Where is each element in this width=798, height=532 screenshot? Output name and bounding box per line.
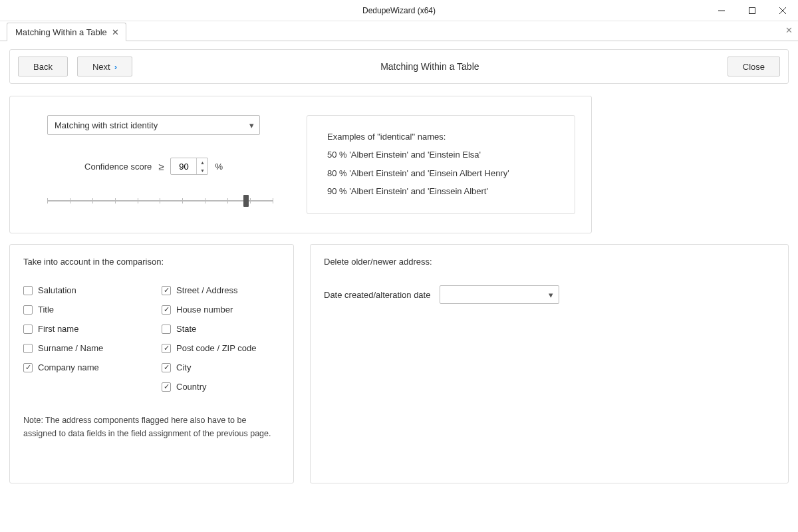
checkbox-icon: [23, 344, 33, 353]
caret-down-icon: ▾: [549, 290, 553, 300]
checkbox-label: Salutation: [38, 285, 76, 295]
example-line: 80 % 'Albert Einstein' and 'Einsein Albe…: [327, 164, 555, 182]
spinner-down-icon[interactable]: ▼: [197, 166, 207, 174]
checkbox-icon: [23, 286, 33, 295]
matching-controls: Matching with strict identity ▾ Confiden…: [47, 115, 287, 214]
checkbox-label: Title: [38, 305, 54, 315]
window-controls: [706, 0, 798, 21]
checkbox-label: House number: [176, 305, 233, 315]
window-title: DedupeWizard (x64): [362, 6, 436, 15]
confidence-row: Confidence score ≥ ▲ ▼ %: [47, 158, 260, 175]
checkbox-icon: [162, 344, 171, 353]
confidence-label: Confidence score: [84, 162, 152, 172]
tab-label: Matching Within a Table: [15, 27, 107, 37]
confidence-slider[interactable]: [47, 194, 273, 209]
tab-strip: Matching Within a Table ✕ ✕: [0, 21, 798, 41]
tabstrip-close-icon[interactable]: ✕: [785, 25, 793, 35]
checkbox-post-code-zip-code[interactable]: Post code / ZIP code: [162, 343, 280, 353]
back-button[interactable]: Back: [18, 57, 68, 76]
checkbox-icon: [162, 382, 171, 392]
checkbox-street-address[interactable]: Street / Address: [162, 285, 280, 295]
delete-address-panel: Delete older/newer address: Date created…: [310, 244, 789, 483]
caret-down-icon: ▾: [249, 120, 254, 130]
matching-mode-value: Matching with strict identity: [55, 120, 158, 130]
content-area: Back Next › Matching Within a Table Clos…: [0, 41, 798, 491]
bottom-row: Take into account in the comparison: Sal…: [9, 244, 789, 483]
example-line: 50 % 'Albert Einstein' and 'Einstein Els…: [327, 146, 555, 164]
examples-heading: Examples of "identical" names:: [327, 128, 555, 146]
checkbox-label: First name: [38, 324, 78, 334]
wizard-toolbar: Back Next › Matching Within a Table Clos…: [9, 49, 789, 84]
matching-settings-panel: Matching with strict identity ▾ Confiden…: [9, 96, 592, 233]
minimize-button[interactable]: [706, 0, 737, 21]
comparison-column-right: Street / AddressHouse numberStatePost co…: [162, 285, 280, 392]
checkbox-house-number[interactable]: House number: [162, 305, 280, 315]
checkbox-icon: [23, 325, 33, 334]
checkbox-label: Surname / Name: [38, 343, 103, 353]
examples-box: Examples of "identical" names: 50 % 'Alb…: [307, 115, 575, 214]
next-button[interactable]: Next ›: [77, 57, 132, 76]
checkbox-icon: [162, 325, 171, 334]
checkbox-salutation[interactable]: Salutation: [23, 285, 142, 295]
comparison-note: Note: The address components flagged her…: [23, 414, 276, 440]
slider-thumb[interactable]: [243, 195, 249, 207]
tab-matching-within-table[interactable]: Matching Within a Table ✕: [7, 23, 126, 41]
checkbox-city[interactable]: City: [162, 362, 280, 372]
matching-mode-select[interactable]: Matching with strict identity ▾: [47, 115, 260, 135]
comparison-fields-panel: Take into account in the comparison: Sal…: [9, 244, 294, 483]
checkbox-label: Country: [176, 382, 207, 392]
delete-heading: Delete older/newer address:: [324, 257, 775, 267]
percent-label: %: [215, 162, 223, 172]
tab-close-icon[interactable]: ✕: [111, 27, 120, 37]
checkbox-icon: [162, 286, 171, 295]
checkbox-label: City: [176, 362, 191, 372]
maximize-button[interactable]: [737, 0, 767, 21]
window-titlebar: DedupeWizard (x64): [0, 0, 798, 21]
date-row: Date created/alteration date ▾: [324, 285, 775, 304]
comparison-column-left: SalutationTitleFirst nameSurname / NameC…: [23, 285, 142, 392]
svg-rect-1: [749, 8, 755, 14]
checkbox-label: Company name: [38, 362, 99, 372]
examples-panel: Examples of "identical" names: 50 % 'Alb…: [307, 115, 575, 214]
greater-equal-icon: ≥: [158, 161, 164, 172]
checkbox-state[interactable]: State: [162, 324, 280, 334]
checkbox-first-name[interactable]: First name: [23, 324, 142, 334]
example-line: 90 % 'Albert Einstein' and 'Einssein Alb…: [327, 182, 555, 200]
comparison-heading: Take into account in the comparison:: [23, 257, 280, 267]
checkbox-surname-name[interactable]: Surname / Name: [23, 343, 142, 353]
checkbox-label: Street / Address: [176, 285, 238, 295]
checkbox-icon: [23, 305, 33, 315]
wizard-step-title: Matching Within a Table: [132, 61, 728, 72]
checkbox-label: State: [176, 324, 196, 334]
spinner-up-icon[interactable]: ▲: [197, 158, 207, 166]
window-close-button[interactable]: [767, 0, 798, 21]
confidence-input[interactable]: [171, 158, 196, 174]
close-button[interactable]: Close: [728, 57, 780, 76]
date-label: Date created/alteration date: [324, 290, 430, 300]
checkbox-icon: [162, 305, 171, 315]
date-field-select[interactable]: ▾: [440, 285, 559, 304]
checkbox-label: Post code / ZIP code: [176, 343, 256, 353]
checkbox-country[interactable]: Country: [162, 382, 280, 392]
checkbox-title[interactable]: Title: [23, 305, 142, 315]
chevron-right-icon: ›: [114, 62, 117, 72]
checkbox-company-name[interactable]: Company name: [23, 362, 142, 372]
confidence-spinner[interactable]: ▲ ▼: [170, 158, 208, 175]
checkbox-icon: [23, 363, 33, 372]
checkbox-icon: [162, 363, 171, 372]
